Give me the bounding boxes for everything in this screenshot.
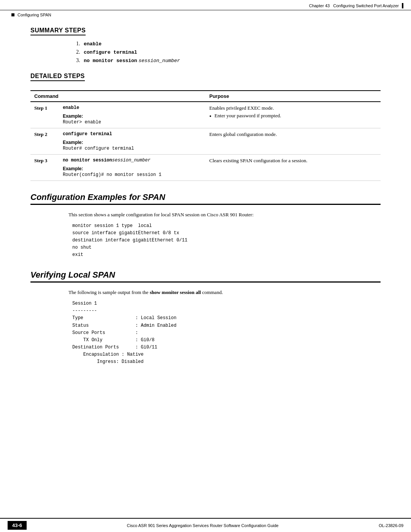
table-row: Step 1 enable Example: Router> enable En… xyxy=(30,102,381,128)
step-3-purpose-cell: Clears existing SPAN configuration for a… xyxy=(206,155,381,181)
config-examples-section: Configuration Examples for SPAN This sec… xyxy=(30,192,381,259)
step-1-cmd: enable xyxy=(63,105,79,110)
step-2-command: configure terminal xyxy=(84,50,137,55)
step-3-command-italic: session_number xyxy=(139,58,180,64)
page-footer: 43-6 Cisco ASR 901 Series Aggregation Se… xyxy=(0,518,411,532)
summary-step-3: 3. no monitor session session_number xyxy=(76,58,381,64)
step-1-command: enable xyxy=(84,41,102,47)
step-1-example-code: Router> enable xyxy=(63,120,202,125)
step-num-2: 2. xyxy=(76,49,80,55)
breadcrumb-bullet-icon xyxy=(11,13,14,16)
verifying-span-code: Session 1 --------- Type : Local Session… xyxy=(72,300,365,366)
detailed-steps-section: Detailed Steps Command Purpose Step 1 en… xyxy=(30,73,381,181)
summary-steps-section: Summary Steps 1. enable 2. configure ter… xyxy=(30,27,381,64)
step-3-command-cell: no monitor session session_number Exampl… xyxy=(59,155,206,181)
main-content: Summary Steps 1. enable 2. configure ter… xyxy=(0,19,411,408)
step-3-cmd-italic: session_number xyxy=(112,158,151,163)
verifying-span-heading: Verifying Local SPAN xyxy=(30,270,381,283)
step-1-bullet: • Enter your password if prompted. xyxy=(209,113,377,120)
verifying-intro-part1: The following is sample output from the xyxy=(68,289,150,295)
step-1-command-cell: enable Example: Router> enable xyxy=(59,102,206,128)
verifying-span-body: The following is sample output from the … xyxy=(68,289,365,366)
step-1-purpose-cell: Enables privileged EXEC mode. • Enter yo… xyxy=(206,102,381,128)
step-3-label: Step 3 xyxy=(30,155,59,181)
page-header: Chapter 43 Configuring Switched Port Ana… xyxy=(0,0,411,10)
config-examples-code: monitor session 1 type local source inte… xyxy=(72,222,365,259)
step-2-purpose-cell: Enters global configuration mode. xyxy=(206,128,381,155)
table-row: Step 2 configure terminal Example: Route… xyxy=(30,128,381,155)
config-examples-body: This section shows a sample configuratio… xyxy=(68,211,365,259)
breadcrumb: Configuring SPAN xyxy=(0,10,411,19)
header-title: Configuring Switched Port Analyzer xyxy=(333,3,399,8)
step-2-example-code: Router# configure terminal xyxy=(63,146,202,151)
verifying-intro-bold: show monitor session all xyxy=(150,289,201,295)
step-num-1: 1. xyxy=(76,41,80,46)
config-examples-heading: Configuration Examples for SPAN xyxy=(30,192,381,205)
step-3-example-code: Router(config)# no monitor session 1 xyxy=(63,172,202,177)
header-rule-icon xyxy=(402,3,403,8)
detailed-steps-heading: Detailed Steps xyxy=(30,73,85,81)
steps-table: Command Purpose Step 1 enable Example: R… xyxy=(30,90,381,181)
chapter-num: 43 xyxy=(325,3,330,8)
step-3-cmd: no monitor session xyxy=(63,158,112,163)
footer-doc-id: OL-23826-09 xyxy=(379,523,403,528)
step-1-example-label: Example: xyxy=(63,113,202,119)
step-2-command-cell: configure terminal Example: Router# conf… xyxy=(59,128,206,155)
verifying-span-section: Verifying Local SPAN The following is sa… xyxy=(30,270,381,366)
step-1-purpose: Enables privileged EXEC mode. xyxy=(209,105,274,111)
step-3-command-bold: no monitor session xyxy=(84,58,137,64)
summary-steps-heading: Summary Steps xyxy=(30,27,86,35)
step-3-example-label: Example: xyxy=(63,166,202,171)
col-purpose-header: Purpose xyxy=(206,91,381,102)
step-num-3: 3. xyxy=(76,58,80,63)
step-1-label: Step 1 xyxy=(30,102,59,128)
breadcrumb-text: Configuring SPAN xyxy=(18,13,51,17)
verifying-span-intro: The following is sample output from the … xyxy=(68,289,365,296)
summary-step-2: 2. configure terminal xyxy=(76,49,381,55)
step-1-bullet-text: Enter your password if prompted. xyxy=(215,113,281,119)
step-2-purpose: Enters global configuration mode. xyxy=(209,131,277,137)
col-command-header: Command xyxy=(30,91,206,102)
step-2-example-label: Example: xyxy=(63,140,202,145)
summary-step-1: 1. enable xyxy=(76,41,381,47)
step-2-label: Step 2 xyxy=(30,128,59,155)
step-2-cmd: configure terminal xyxy=(63,131,112,137)
config-examples-intro: This section shows a sample configuratio… xyxy=(68,211,365,219)
bullet-icon: • xyxy=(209,113,212,120)
verifying-intro-part2: command. xyxy=(201,289,223,295)
step-3-purpose: Clears existing SPAN configuration for a… xyxy=(209,158,307,163)
page-number: 43-6 xyxy=(8,521,27,530)
chapter-label: Chapter xyxy=(309,3,324,8)
footer-center-text: Cisco ASR 901 Series Aggregation Service… xyxy=(127,523,279,528)
table-row: Step 3 no monitor session session_number… xyxy=(30,155,381,181)
summary-steps-list: 1. enable 2. configure terminal 3. no mo… xyxy=(76,41,381,64)
